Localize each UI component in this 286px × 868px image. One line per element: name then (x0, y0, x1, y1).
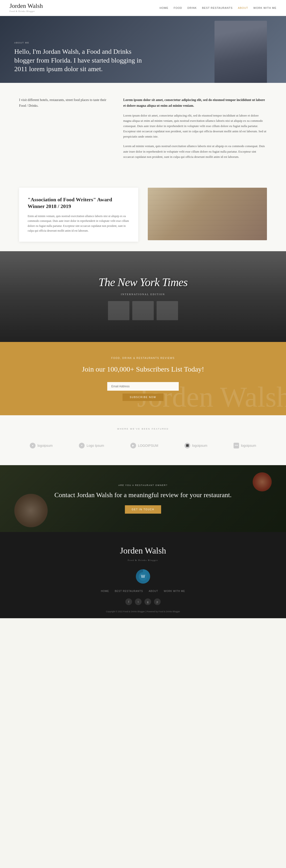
wordpress-logo: W (136, 569, 150, 584)
hero-person-image (215, 21, 267, 83)
subscribe-title: Join our 100,000+ Subscribers List Today… (9, 364, 277, 375)
logo-item-5: ●●● logoipsum (234, 443, 256, 448)
footer-nav-work[interactable]: WORK WITH ME (164, 590, 185, 592)
award-box: "Association of Food Writers" Award Winn… (19, 188, 138, 242)
footer-logo: Jorden Walsh (9, 544, 277, 558)
logo-text-2: Logo Ipsum (86, 443, 104, 448)
newspaper-columns (99, 301, 187, 320)
about-content-section: I visit different hotels, restaurants, s… (0, 83, 286, 178)
cta-label: ARE YOU A RESTAURANT OWNER? (55, 484, 231, 487)
cta-title: Contact Jordan Walsh for a meaningful re… (55, 491, 231, 499)
about-intro: Lorem ipsum dolor sit amet, consectetur … (123, 97, 267, 108)
subscribe-button[interactable]: SUBSCRIBE NOW (122, 394, 163, 401)
cta-section: ARE YOU A RESTAURANT OWNER? Contact Jord… (0, 465, 286, 532)
footer-copyright: Copyright © 2022 Food & Drinks Blogger |… (9, 610, 277, 613)
award-title: "Association of Food Writers" Award Winn… (28, 196, 130, 210)
award-text: Enim ad minim veniam, quis nostrud exerc… (28, 214, 130, 233)
subscribe-form: SUBSCRIBE NOW (9, 382, 277, 401)
cta-decoration-left (14, 494, 48, 527)
social-facebook[interactable]: f (126, 598, 132, 605)
footer-nav-home[interactable]: HOME (101, 590, 109, 592)
newspaper-content: The New York Times INTERNATIONAL EDITION (99, 273, 187, 320)
footer-tagline: Food & Drinks Blogger (9, 559, 277, 562)
subscribe-label: FOOD, DRINK & RESTAURANTS REVIEWS (9, 356, 277, 360)
award-image (148, 188, 267, 240)
about-para2: Lorem ad minim veniam, quis nostrud exer… (123, 144, 267, 159)
about-left-text: I visit different hotels, restaurants, s… (19, 97, 109, 108)
nav-food[interactable]: FOOD (174, 6, 182, 9)
footer-nav-restaurants[interactable]: BEST RESTAURANTS (115, 590, 143, 592)
hero-label: ABOUT ME (14, 41, 148, 44)
cta-decoration-right (253, 472, 272, 491)
newspaper-section: The New York Times INTERNATIONAL EDITION (0, 251, 286, 342)
logo-item-1: ● logoipsum (30, 443, 53, 448)
navigation: Jorden Walsh Food & Drinks Blogger HOME … (0, 0, 286, 16)
about-right-column: Lorem ipsum dolor sit amet, consectetur … (123, 97, 267, 163)
logo-text-1: logoipsum (37, 443, 53, 448)
logo-icon-3: ▶ (130, 443, 136, 448)
email-input[interactable] (107, 382, 179, 391)
cta-button[interactable]: GET IN TOUCH (125, 505, 161, 514)
social-pinterest[interactable]: p (154, 598, 160, 605)
footer: Jorden Walsh Food & Drinks Blogger W HOM… (0, 532, 286, 618)
featured-label: WHERE WE'VE BEEN FEATURED (19, 427, 267, 431)
hero-content: ABOUT ME Hello, I'm Jordan Walsh, a Food… (0, 34, 162, 83)
newspaper-col-1 (108, 301, 130, 320)
nav-links: HOME FOOD DRINK BEST RESTAURANTS ABOUT W… (159, 5, 277, 10)
logo-icon-2: ✦ (79, 443, 84, 448)
person-silhouette (215, 21, 267, 83)
logo-icon-5: ●●● (234, 443, 239, 448)
newspaper-subtext: INTERNATIONAL EDITION (99, 292, 187, 296)
logo-text-3: LOGOIPSUM (138, 443, 158, 448)
logo-item-2: ✦ Logo Ipsum (79, 443, 104, 448)
social-google[interactable]: g (144, 598, 151, 605)
svg-text:W: W (141, 574, 145, 579)
logo-text-5: logoipsum (241, 443, 256, 448)
nav-drink[interactable]: DRINK (187, 6, 196, 9)
logos-row: ● logoipsum ✦ Logo Ipsum ▶ LOGOIPSUM ⬛ l… (19, 438, 267, 453)
footer-social: f t g p (9, 598, 277, 605)
logo-item-3: ▶ LOGOIPSUM (130, 443, 158, 448)
award-image-inner (148, 188, 267, 240)
subscribe-section: FOOD, DRINK & RESTAURANTS REVIEWS Join o… (0, 342, 286, 415)
award-section: "Association of Food Writers" Award Winn… (0, 178, 286, 251)
nav-best-restaurants[interactable]: BEST RESTAURANTS (202, 6, 233, 9)
about-para1: Lorem ipsum dolor sit amet, consectetur … (123, 113, 267, 139)
logo-item-4: ⬛ logoipsum (184, 443, 207, 448)
footer-nav: HOME BEST RESTAURANTS ABOUT WORK WITH ME (9, 588, 277, 594)
logo-icon-4: ⬛ (184, 443, 190, 448)
hero-title: Hello, I'm Jordan Walsh, a Food and Drin… (14, 47, 148, 73)
logo-tagline: Food & Drinks Blogger (9, 9, 43, 13)
footer-nav-about[interactable]: ABOUT (149, 590, 158, 592)
cta-content: ARE YOU A RESTAURANT OWNER? Contact Jord… (55, 484, 231, 514)
logo-text-4: logoipsum (192, 443, 207, 448)
logo-icon-1: ● (30, 443, 36, 448)
newspaper-col-2 (132, 301, 154, 320)
nav-work-with-me[interactable]: WORK WITH ME (253, 6, 277, 9)
about-left-column: I visit different hotels, restaurants, s… (19, 97, 109, 163)
newspaper-col-3 (156, 301, 178, 320)
nav-home[interactable]: HOME (159, 6, 168, 9)
newspaper-masthead: The New York Times (99, 273, 187, 291)
social-twitter[interactable]: t (135, 598, 142, 605)
logo-name: Jorden Walsh (9, 3, 43, 9)
hero-section: ABOUT ME Hello, I'm Jordan Walsh, a Food… (0, 16, 286, 83)
nav-about[interactable]: ABOUT (238, 6, 248, 9)
featured-section: WHERE WE'VE BEEN FEATURED ● logoipsum ✦ … (0, 415, 286, 465)
site-logo: Jorden Walsh Food & Drinks Blogger (9, 3, 43, 13)
